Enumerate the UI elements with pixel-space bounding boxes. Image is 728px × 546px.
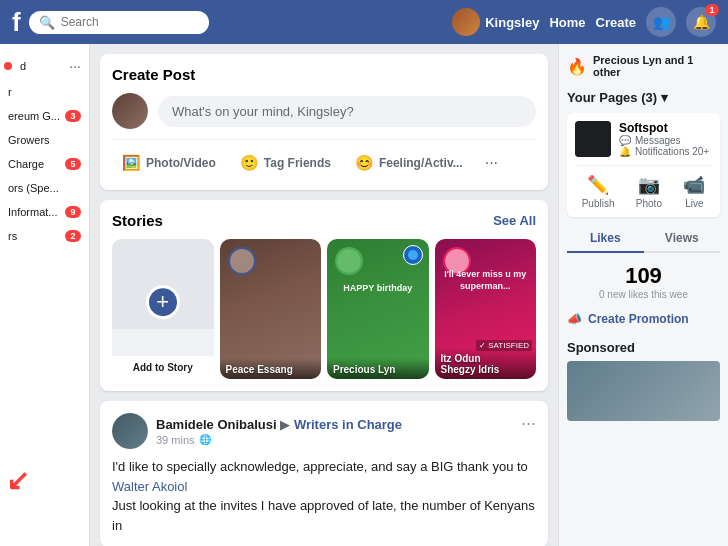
story-message-text: I'll 4ever miss u my superman...: [439, 269, 533, 292]
notification-badge: 1: [705, 4, 719, 16]
right-sidebar: 🔥 Precious Lyn and 1 other Your Pages (3…: [558, 44, 728, 546]
post-more-button[interactable]: ···: [521, 413, 536, 434]
red-arrow-indicator: ↙: [6, 464, 29, 497]
story-avatar-precious: [335, 247, 363, 275]
page-actions: ✏️ Publish 📷 Photo 📹 Live: [575, 165, 712, 209]
story-card-add[interactable]: + Add to Story: [112, 239, 214, 379]
page-card-header: Softspot 💬 Messages 🔔 Notifications 20+: [575, 121, 712, 157]
tag-friends-label: Tag Friends: [264, 156, 331, 170]
sidebar-item-informat[interactable]: Informat... 9: [0, 200, 89, 224]
live-action[interactable]: 📹 Live: [683, 174, 705, 209]
stat-number: 109: [567, 263, 720, 289]
post-body-line1: I'd like to specially acknowledge, appre…: [112, 457, 536, 477]
feeling-button[interactable]: 😊 Feeling/Activ...: [345, 148, 473, 178]
story-name-itz: Itz OdunShegzy Idris: [441, 353, 531, 375]
notification-fire-icon: 🔥: [567, 57, 587, 76]
post-meta: Bamidele Onibalusi ▶ Writers in Charge 3…: [156, 417, 402, 446]
post-header: Bamidele Onibalusi ▶ Writers in Charge 3…: [112, 413, 536, 449]
sidebar-item-growers[interactable]: Growers: [0, 128, 89, 152]
main-content: Create Post What's on your mind, Kingsle…: [90, 44, 558, 546]
more-options-button[interactable]: ···: [477, 150, 506, 176]
messages-icon: 💬: [619, 135, 631, 146]
verified-icon: 🌐: [199, 434, 211, 445]
story-card-itz[interactable]: I'll 4ever miss u my superman... ✓ SATIS…: [435, 239, 537, 379]
avatar: [452, 8, 480, 36]
sidebar-item-label: r: [8, 86, 12, 98]
tab-views[interactable]: Views: [644, 225, 721, 253]
page-name: Softspot: [619, 121, 712, 135]
post-placeholder[interactable]: What's on your mind, Kingsley?: [158, 96, 536, 127]
tag-friends-icon: 🙂: [240, 154, 259, 172]
sidebar-item-r[interactable]: r: [0, 80, 89, 104]
sidebar-item-label: ereum G...: [8, 110, 60, 122]
your-pages-title: Your Pages (3) ▾: [567, 90, 720, 105]
rs-notification: 🔥 Precious Lyn and 1 other: [567, 54, 720, 78]
stories-section: Stories See All + Add to Story Peace Ess…: [100, 200, 548, 391]
story-name-peace: Peace Essang: [226, 364, 316, 375]
photo-video-button[interactable]: 🖼️ Photo/Video: [112, 148, 226, 178]
sidebar-badge: 5: [65, 158, 81, 170]
search-input[interactable]: [61, 15, 181, 29]
stories-title: Stories: [112, 212, 163, 229]
photo-video-icon: 🖼️: [122, 154, 141, 172]
stories-row: + Add to Story Peace Essang: [112, 239, 536, 379]
photo-video-label: Photo/Video: [146, 156, 216, 170]
sidebar-item-label: Informat...: [8, 206, 58, 218]
sidebar-badge: 2: [65, 230, 81, 242]
post-user-info: Bamidele Onibalusi ▶ Writers in Charge 3…: [112, 413, 402, 449]
stat-label: 0 new likes this wee: [567, 289, 720, 300]
page-notifications-row: 🔔 Notifications 20+: [619, 146, 712, 157]
sidebar-item-ors[interactable]: ors (Spe...: [0, 176, 89, 200]
story-gradient-precious: Precious Lyn: [327, 358, 429, 379]
sidebar-item-label: Charge: [8, 158, 44, 170]
feeling-label: Feeling/Activ...: [379, 156, 463, 170]
nav-home-link[interactable]: Home: [549, 15, 585, 30]
page-card: Softspot 💬 Messages 🔔 Notifications 20+ …: [567, 113, 720, 217]
feed-post: Bamidele Onibalusi ▶ Writers in Charge 3…: [100, 401, 548, 546]
sidebar-item-d[interactable]: d ···: [0, 52, 89, 80]
sidebar-item-charge[interactable]: Charge 5: [0, 152, 89, 176]
post-time-row: 39 mins 🌐: [156, 434, 402, 446]
sidebar-item-rs[interactable]: rs 2: [0, 224, 89, 248]
page-avatar: [575, 121, 611, 157]
tag-friends-button[interactable]: 🙂 Tag Friends: [230, 148, 341, 178]
nav-left: f 🔍: [12, 7, 209, 38]
see-all-link[interactable]: See All: [493, 213, 536, 228]
nav-create-link[interactable]: Create: [596, 15, 636, 30]
photo-icon: 📷: [638, 174, 660, 196]
create-post-title: Create Post: [112, 66, 536, 83]
sidebar-item-ereum[interactable]: ereum G... 3: [0, 104, 89, 128]
stories-header: Stories See All: [112, 212, 536, 229]
post-user-avatar: [112, 413, 148, 449]
story-card-precious[interactable]: HAPPY birthday Precious Lyn: [327, 239, 429, 379]
search-bar[interactable]: 🔍: [29, 11, 209, 34]
sidebar-item-label: ors (Spe...: [8, 182, 59, 194]
left-sidebar: d ··· r ereum G... 3 Growers Charge 5 or…: [0, 44, 90, 546]
publish-action[interactable]: ✏️ Publish: [582, 174, 615, 209]
story-gradient: Peace Essang: [220, 358, 322, 379]
story-gradient-itz: Itz OdunShegzy Idris: [435, 347, 537, 379]
sidebar-badge: 9: [65, 206, 81, 218]
post-shared-to: Writers in Charge: [294, 417, 402, 432]
facebook-logo: f: [12, 7, 21, 38]
add-story-label: Add to Story: [112, 356, 214, 379]
page-container: d ··· r ereum G... 3 Growers Charge 5 or…: [0, 44, 728, 546]
photo-action[interactable]: 📷 Photo: [636, 174, 662, 209]
sidebar-ellipsis-icon[interactable]: ···: [69, 58, 81, 74]
nav-username: Kingsley: [485, 15, 539, 30]
live-label: Live: [685, 198, 703, 209]
create-promotion-button[interactable]: 📣 Create Promotion: [567, 306, 720, 332]
tab-likes[interactable]: Likes: [567, 225, 644, 253]
sidebar-item-label: rs: [8, 230, 17, 242]
notifications-icon-button[interactable]: 🔔 1: [686, 7, 716, 37]
add-story-plus-icon: +: [146, 285, 180, 319]
create-promo-label: Create Promotion: [588, 312, 689, 326]
feeling-icon: 😊: [355, 154, 374, 172]
story-card-peace[interactable]: Peace Essang: [220, 239, 322, 379]
story-circle-icon: [403, 245, 423, 265]
sidebar-item-label: Growers: [8, 134, 50, 146]
sponsored-title: Sponsored: [567, 340, 720, 355]
post-author-name: Bamidele Onibalusi ▶ Writers in Charge: [156, 417, 402, 432]
friends-icon-button[interactable]: 👥: [646, 7, 676, 37]
post-body-link[interactable]: Walter Akoiol: [112, 479, 187, 494]
